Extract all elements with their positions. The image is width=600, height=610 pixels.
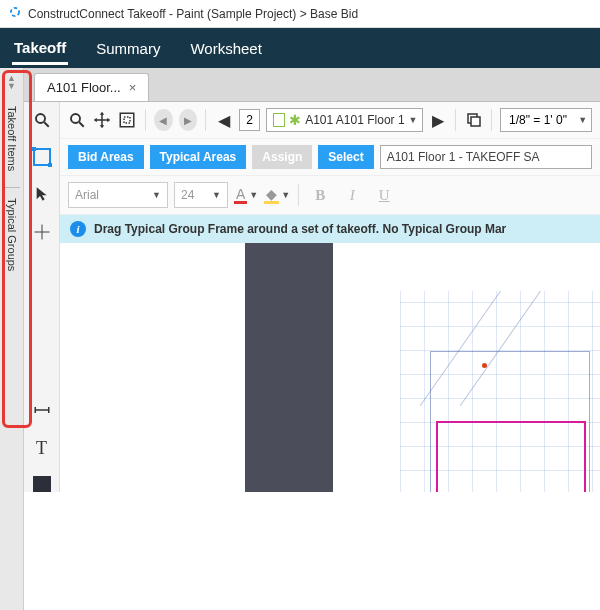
font-family-dropdown[interactable]: Arial ▼	[68, 182, 168, 208]
pointer-icon[interactable]	[32, 184, 52, 204]
document-tab[interactable]: A101 Floor... ×	[34, 73, 149, 101]
document-tab-label: A101 Floor...	[47, 80, 121, 95]
drawing-canvas[interactable]	[60, 243, 600, 492]
chevron-down-icon: ▼	[152, 190, 161, 200]
chevron-down-icon: ▼	[212, 190, 221, 200]
history-back-icon[interactable]: ◀	[154, 109, 173, 131]
svg-point-1	[36, 114, 45, 123]
bid-areas-button[interactable]: Bid Areas	[68, 145, 144, 169]
info-message: Drag Typical Group Frame around a set of…	[94, 222, 506, 236]
format-toolbar: Arial ▼ 24 ▼ A▼ ◆▼ B I	[60, 176, 600, 215]
bold-button[interactable]: B	[307, 182, 333, 208]
page-dropdown[interactable]: ✱ A101 A101 Floor 1 ▼	[266, 108, 422, 132]
page-doc-icon	[273, 113, 285, 127]
italic-button[interactable]: I	[339, 182, 365, 208]
crosshair-icon[interactable]	[32, 222, 52, 242]
vertical-toolbar: T	[24, 102, 60, 492]
font-size-dropdown[interactable]: 24 ▼	[174, 182, 228, 208]
svg-point-8	[71, 114, 80, 123]
nav-worksheet[interactable]: Worksheet	[188, 32, 263, 65]
main-nav: Takeoff Summary Worksheet	[0, 28, 600, 68]
zoom-icon[interactable]	[68, 109, 87, 131]
typical-areas-button[interactable]: Typical Areas	[150, 145, 247, 169]
window-title: ConstructConnect Takeoff - Paint (Sample…	[28, 7, 358, 21]
assign-button: Assign	[252, 145, 312, 169]
nav-takeoff[interactable]: Takeoff	[12, 31, 68, 65]
pan-icon[interactable]	[93, 109, 112, 131]
select-button[interactable]: Select	[318, 145, 373, 169]
underline-button[interactable]: U	[371, 182, 397, 208]
nav-summary[interactable]: Summary	[94, 32, 162, 65]
fill-color-control[interactable]: ◆▼	[264, 187, 290, 204]
app-icon	[8, 5, 22, 22]
page-label: A101 A101 Floor 1	[305, 113, 404, 127]
document-tab-strip: A101 Floor... ×	[24, 68, 600, 102]
select-area-icon[interactable]	[33, 148, 51, 166]
scale-dropdown[interactable]: 1/8" = 1' 0" ▼	[500, 108, 592, 132]
info-icon: i	[70, 221, 86, 237]
svg-line-9	[80, 122, 85, 127]
history-forward-icon[interactable]: ▶	[179, 109, 198, 131]
search-icon[interactable]	[32, 110, 52, 130]
chevron-down-icon: ▼	[578, 115, 587, 125]
dimension-icon[interactable]	[32, 400, 52, 420]
next-page-icon[interactable]: ▶	[429, 109, 448, 131]
fit-icon[interactable]	[118, 109, 137, 131]
close-icon[interactable]: ×	[129, 80, 137, 95]
side-rail: ▲ ▼ Takeoff Items Typical Groups	[0, 68, 24, 610]
svg-line-2	[44, 122, 49, 127]
blueprint-drawing	[400, 291, 600, 492]
description-field[interactable]: A101 Floor 1 - TAKEOFF SA	[380, 145, 592, 169]
page-number-input[interactable]: 2	[239, 109, 260, 131]
sidebar-tab-typical-groups[interactable]: Typical Groups	[4, 187, 20, 281]
info-bar: i Drag Typical Group Frame around a set …	[60, 215, 600, 243]
copy-icon[interactable]	[464, 109, 483, 131]
fill-swatch-icon[interactable]	[33, 476, 51, 492]
window-titlebar: ConstructConnect Takeoff - Paint (Sample…	[0, 0, 600, 28]
svg-point-0	[11, 8, 19, 16]
svg-rect-11	[124, 117, 130, 123]
svg-rect-10	[121, 113, 135, 127]
text-icon[interactable]: T	[32, 438, 52, 458]
canvas-mask	[245, 243, 333, 492]
action-toolbar: Bid Areas Typical Areas Assign Select A1…	[60, 139, 600, 176]
scale-value: 1/8" = 1' 0"	[509, 113, 567, 127]
nav-toolbar: ◀ ▶ ◀ 2 ✱ A101 A101 Floor 1 ▼ ▶	[60, 102, 600, 139]
sidebar-tab-takeoff-items[interactable]: Takeoff Items	[4, 96, 20, 181]
svg-rect-13	[471, 117, 480, 126]
prev-page-icon[interactable]: ◀	[214, 109, 233, 131]
rail-down-icon[interactable]: ▼	[7, 82, 16, 90]
chevron-down-icon: ▼	[409, 115, 418, 125]
text-color-control[interactable]: A▼	[234, 187, 258, 204]
